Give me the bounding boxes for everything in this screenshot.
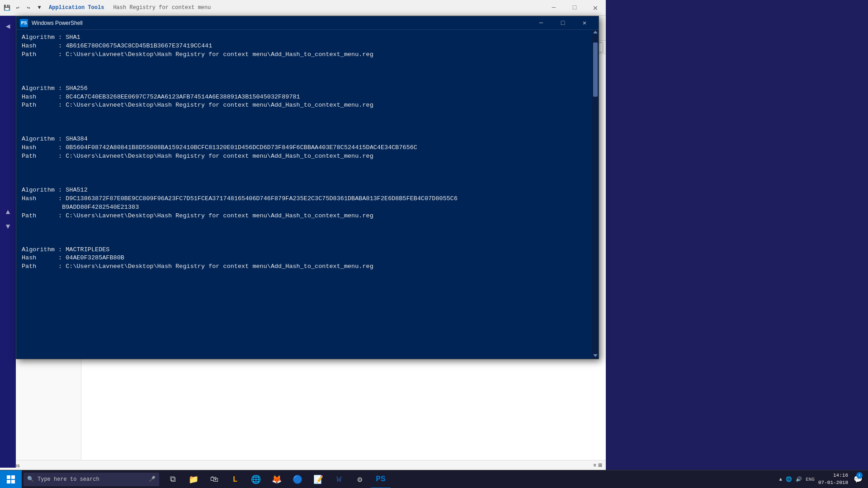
scroll-down-arrow[interactable] xyxy=(593,354,598,357)
ps-sha256-algorithm: Algorithm : SHA256 xyxy=(22,84,587,93)
network-icon: 🌐 xyxy=(786,476,792,482)
svg-rect-0 xyxy=(7,475,10,479)
show-hidden-icon[interactable]: ▲ xyxy=(779,477,783,482)
ps-sha512-path: Path : C:\Users\Lavneet\Desktop\Hash Reg… xyxy=(22,212,587,221)
ps-scroll-thumb[interactable] xyxy=(593,42,598,97)
ps-blank-12 xyxy=(22,180,587,186)
volume-icon: 🔊 xyxy=(796,476,802,482)
ps-sha1-algorithm: Algorithm : SHA1 xyxy=(22,33,587,42)
ps-sha256-hash: Hash : 8C4CA7C40EB3268EE0697C752AA6123AF… xyxy=(22,93,587,102)
details-view-icon[interactable]: ≡ xyxy=(594,462,596,468)
notification-badge: 1 xyxy=(856,472,863,479)
save-button[interactable]: 💾 xyxy=(2,3,12,13)
ps-sha384-algorithm: Algorithm : SHA384 xyxy=(22,135,587,144)
view-controls: ≡ ⊞ xyxy=(594,462,602,468)
ps-content[interactable]: Algorithm : SHA1 Hash : 4B616E780C0675A3… xyxy=(16,30,592,359)
ps-sha512-hash1: Hash : D9C13863872F87E0BE9CC809F96A23FC7… xyxy=(22,195,587,203)
powershell-window: PS Windows PowerShell ─ □ ✕ Algorithm : … xyxy=(16,16,599,359)
ps-window-controls: ─ □ ✕ xyxy=(531,16,595,30)
context-label: Hash Registry for context menu xyxy=(113,5,211,11)
powershell-taskbar[interactable]: PS xyxy=(371,470,391,488)
word-taskbar[interactable]: W xyxy=(329,470,349,488)
ps-blank-14 xyxy=(22,227,587,233)
taskbar: 🔍 Type here to search 🎤 ⧉ 📁 🛍 L 🌐 🦊 🔵 📝 … xyxy=(0,470,868,488)
ps-blank-11 xyxy=(22,174,587,180)
edge-taskbar[interactable]: 🌐 xyxy=(246,470,266,488)
quick-access-toolbar: 💾 ↩ ↪ ▼ xyxy=(2,3,44,13)
svg-rect-1 xyxy=(11,475,15,479)
ps-blank-4 xyxy=(22,78,587,84)
nav-up-arrow[interactable]: ▲ xyxy=(1,206,15,219)
ps-title: Windows PowerShell xyxy=(32,20,527,26)
ps-sha512-hash2: B9ADD80F4282540E21383 xyxy=(22,203,587,212)
ps-blank-9 xyxy=(22,161,587,167)
ps-maximize-button[interactable]: □ xyxy=(552,16,573,30)
ps-blank-5 xyxy=(22,110,587,116)
nav-down-arrow[interactable]: ▼ xyxy=(1,220,15,234)
ps-sha384-path: Path : C:\Users\Lavneet\Desktop\Hash Reg… xyxy=(22,152,587,161)
ps-mactripledes-algorithm: Algorithm : MACTRIPLEDES xyxy=(22,246,587,254)
ps-blank-16 xyxy=(22,239,587,246)
ps-blank-15 xyxy=(22,233,587,239)
ps-blank-3 xyxy=(22,72,587,78)
ps-content-wrapper: Algorithm : SHA1 Hash : 4B616E780C0675A3… xyxy=(16,30,599,359)
undo-button[interactable]: ↩ xyxy=(13,3,23,13)
taskbar-search[interactable]: 🔍 Type here to search 🎤 xyxy=(24,473,159,486)
sidebar-navigation: ◀ ▲ ▼ xyxy=(0,16,16,468)
lang-indicator: ENG xyxy=(806,477,815,482)
redo-button[interactable]: ↪ xyxy=(24,3,33,13)
notes-taskbar[interactable]: 📝 xyxy=(308,470,328,488)
svg-rect-2 xyxy=(7,480,10,483)
ps-app-icon: PS xyxy=(20,19,28,27)
ps-sha1-hash: Hash : 4B616E780C0675A3C8CD45B1B3667E374… xyxy=(22,42,587,51)
ps-blank-8 xyxy=(22,129,587,135)
start-button[interactable] xyxy=(0,470,22,488)
taskbar-right: ▲ 🌐 🔊 ENG 14:16 07-01-2018 💬 1 xyxy=(779,470,868,488)
ps-blank-1 xyxy=(22,59,587,66)
ps-mactripledes-hash: Hash : 04AE0F3285AFB80B xyxy=(22,254,587,263)
ps-minimize-button[interactable]: ─ xyxy=(531,16,552,30)
taskbar-clock: 14:16 07-01-2018 xyxy=(818,472,848,486)
mic-icon: 🎤 xyxy=(149,476,156,483)
dropdown-arrow[interactable]: ▼ xyxy=(34,3,44,13)
store-taskbar[interactable]: 🛍 xyxy=(204,470,224,488)
firefox-taskbar[interactable]: 🦊 xyxy=(267,470,287,488)
ps-sha512-algorithm: Algorithm : SHA512 xyxy=(22,186,587,195)
search-text: Type here to search xyxy=(38,476,99,483)
ps-sha1-path: Path : C:\Users\Lavneet\Desktop\Hash Reg… xyxy=(22,51,587,59)
ps-titlebar: PS Windows PowerShell ─ □ ✕ xyxy=(16,16,599,30)
file-explorer-taskbar[interactable]: 📁 xyxy=(184,470,203,488)
scroll-up-arrow[interactable] xyxy=(593,31,598,33)
ps-mactripledes-path: Path : C:\Users\Lavneet\Desktop\Hash Reg… xyxy=(22,263,587,271)
file-explorer-maximize[interactable]: □ xyxy=(564,0,585,16)
search-icon: 🔍 xyxy=(27,476,34,483)
ps-blank-13 xyxy=(22,221,587,227)
grid-view-icon[interactable]: ⊞ xyxy=(598,462,602,468)
ps-blank-10 xyxy=(22,167,587,174)
taskbar-apps: ⧉ 📁 🛍 L 🌐 🦊 🔵 📝 W ⚙ PS xyxy=(163,470,391,488)
notification-center[interactable]: 💬 1 xyxy=(852,470,864,488)
nav-back-arrow[interactable]: ◀ xyxy=(1,19,15,33)
ps-blank-2 xyxy=(22,66,587,72)
ps-close-button[interactable]: ✕ xyxy=(574,16,595,30)
status-bar: 2 items ≡ ⊞ xyxy=(0,460,606,470)
app-x-taskbar[interactable]: ⚙ xyxy=(350,470,370,488)
task-view-button[interactable]: ⧉ xyxy=(163,470,183,488)
file-explorer-minimize[interactable]: ─ xyxy=(543,0,564,16)
ps-blank-7 xyxy=(22,122,587,129)
ps-sha256-path: Path : C:\Users\Lavneet\Desktop\Hash Reg… xyxy=(22,101,587,110)
ps-sha384-hash: Hash : 0B5604F08742A80841B8D55008BA15924… xyxy=(22,144,587,152)
file-explorer-close[interactable]: ✕ xyxy=(585,0,606,16)
application-tools-label: Application Tools xyxy=(49,5,104,11)
chrome-taskbar[interactable]: 🔵 xyxy=(288,470,307,488)
ps-scrollbar[interactable] xyxy=(592,30,599,359)
svg-rect-3 xyxy=(11,480,15,483)
clock-time: 14:16 xyxy=(818,472,848,479)
application-tools-bar: 💾 ↩ ↪ ▼ Application Tools Hash Registry … xyxy=(0,0,606,16)
app-l-taskbar[interactable]: L xyxy=(225,470,245,488)
clock-date: 07-01-2018 xyxy=(818,479,848,486)
ps-blank-6 xyxy=(22,116,587,122)
